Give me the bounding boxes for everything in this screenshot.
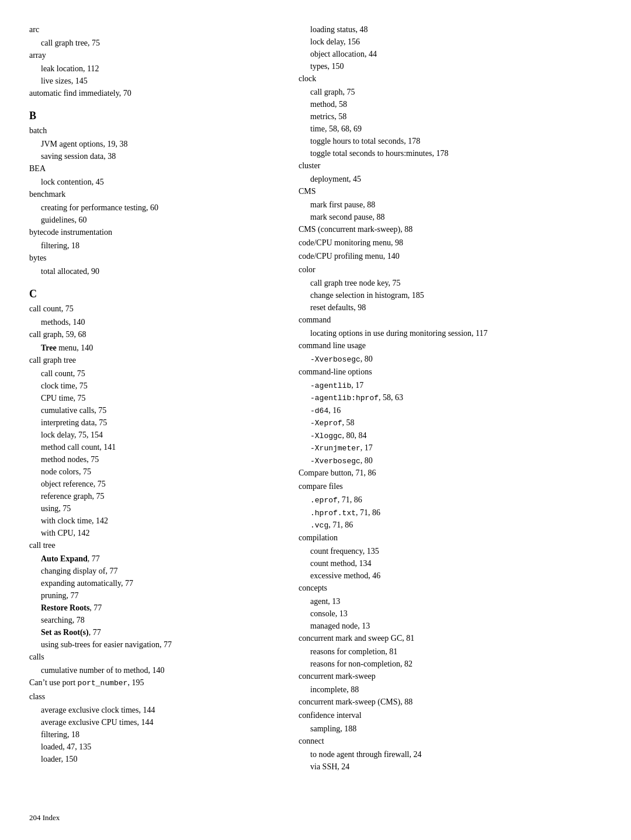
page-container: arccall graph tree, 75arrayleak location… [29, 23, 602, 773]
index-subentry: JVM agent options, 19, 38 [29, 138, 275, 150]
index-subentry: call graph, 75 [299, 86, 602, 98]
index-subentry: average exclusive clock times, 144 [29, 704, 275, 716]
index-subentry: reasons for completion, 81 [299, 645, 602, 658]
index-subentry: Set as Root(s), 77 [29, 626, 275, 638]
index-term: clock [299, 72, 602, 85]
index-subentry: loading status, 48 [299, 23, 602, 36]
index-subentry: using sub-trees for easier navigation, 7… [29, 638, 275, 651]
index-subentry: lock contention, 45 [29, 176, 275, 188]
index-subentry: filtering, 18 [29, 728, 275, 741]
index-subentry: guidelines, 60 [29, 214, 275, 226]
index-subentry: filtering, 18 [29, 239, 275, 252]
index-term: calls [29, 651, 275, 663]
index-subentry: cumulative calls, 75 [29, 404, 275, 416]
index-subentry: mark second pause, 88 [299, 211, 602, 223]
index-subentry: with CPU, 142 [29, 527, 275, 539]
index-subentry: -agentlib:hprof, 58, 63 [299, 391, 602, 404]
index-term: compilation [299, 532, 602, 544]
code-term: .hprof.txt [310, 509, 356, 518]
index-term: benchmark [29, 188, 275, 200]
index-subentry: changing display of, 77 [29, 565, 275, 577]
code-term: -Xverbosegc [310, 457, 360, 466]
index-term: bytecode instrumentation [29, 226, 275, 238]
index-subentry: toggle total seconds to hours:minutes, 1… [299, 147, 602, 159]
index-term: command line usage [299, 339, 602, 352]
code-term: .eprof [310, 496, 338, 505]
index-subentry: locating options in use during monitorin… [299, 327, 602, 339]
index-subentry: object reference, 75 [29, 478, 275, 490]
index-term: BEA [29, 162, 275, 175]
index-subentry: types, 150 [299, 60, 602, 72]
index-term: command [299, 314, 602, 326]
index-subentry: -d64, 16 [299, 404, 602, 417]
index-term: concurrent mark-sweep (CMS), 88 [299, 696, 602, 708]
index-term: arc [29, 23, 275, 36]
index-subentry: method call count, 141 [29, 441, 275, 453]
index-subentry: Tree menu, 140 [29, 342, 275, 354]
index-term: class [29, 690, 275, 703]
index-subentry: toggle hours to total seconds, 178 [299, 135, 602, 147]
index-subentry: pruning, 77 [29, 589, 275, 602]
index-term: concepts [299, 582, 602, 594]
index-term: Can’t use port port_number, 195 [29, 676, 275, 689]
index-subentry: leak location, 112 [29, 63, 275, 75]
index-subentry: method, 58 [299, 98, 602, 110]
code-term: -Xloggc [310, 432, 342, 440]
index-term: concurrent mark-sweep [299, 670, 602, 682]
index-subentry: -Xverbosegc, 80 [299, 454, 602, 467]
index-subentry: to node agent through firewall, 24 [299, 748, 602, 761]
index-subentry: lock delay, 75, 154 [29, 429, 275, 441]
code-term: -agentlib:hprof [310, 394, 379, 402]
index-subentry: clock time, 75 [29, 380, 275, 392]
index-term: call tree [29, 539, 275, 551]
index-term: CMS [299, 185, 602, 197]
index-subentry: cumulative number of to method, 140 [29, 664, 275, 676]
index-subentry: loader, 150 [29, 753, 275, 765]
index-subentry: lock delay, 156 [299, 36, 602, 48]
section-header: B [29, 110, 275, 122]
index-subentry: change selection in histogram, 185 [299, 289, 602, 301]
index-subentry: searching, 78 [29, 614, 275, 626]
index-subentry: deployment, 45 [299, 173, 602, 185]
code-term: -d64 [310, 407, 328, 415]
index-term: command-line options [299, 366, 602, 378]
index-subentry: .vcg, 71, 86 [299, 519, 602, 532]
index-term: confidence interval [299, 709, 602, 721]
index-subentry: call graph tree, 75 [29, 37, 275, 49]
index-subentry: expanding automatically, 77 [29, 577, 275, 589]
index-term: Compare button, 71, 86 [299, 467, 602, 479]
index-subentry: live sizes, 145 [29, 75, 275, 87]
index-term: connect [299, 735, 602, 747]
index-subentry: reset defaults, 98 [299, 301, 602, 314]
index-subentry: count method, 134 [299, 557, 602, 570]
code-term: -Xrunjmeter [310, 444, 360, 453]
index-subentry: -Xverbosegc, 80 [299, 353, 602, 366]
index-subentry: incomplete, 88 [299, 683, 602, 696]
code-term: -agentlib [310, 381, 351, 390]
page-footer: 204 Index [29, 813, 60, 822]
bold-term: Auto Expand [41, 554, 88, 563]
index-subentry: creating for performance testing, 60 [29, 202, 275, 214]
index-subentry: count frequency, 135 [299, 545, 602, 557]
index-subentry: node colors, 75 [29, 466, 275, 478]
index-subentry: total allocated, 90 [29, 265, 275, 277]
index-subentry: managed node, 13 [299, 620, 602, 632]
code-term: -Xeprof [310, 419, 342, 428]
index-subentry: methods, 140 [29, 316, 275, 328]
index-term: concurrent mark and sweep GC, 81 [299, 632, 602, 644]
index-subentry: with clock time, 142 [29, 515, 275, 527]
right-column: loading status, 48lock delay, 156object … [287, 23, 602, 773]
bold-term: Restore Roots [41, 603, 89, 612]
index-subentry: -agentlib, 17 [299, 379, 602, 392]
index-term: code/CPU profiling menu, 140 [299, 250, 602, 262]
index-term: compare files [299, 480, 602, 492]
index-subentry: excessive method, 46 [299, 570, 602, 582]
section-header: C [29, 288, 275, 300]
index-subentry: metrics, 58 [299, 110, 602, 123]
index-subentry: console, 13 [299, 608, 602, 620]
index-subentry: saving session data, 38 [29, 150, 275, 162]
index-subentry: -Xeprof, 58 [299, 416, 602, 429]
index-subentry: method nodes, 75 [29, 453, 275, 466]
index-subentry: reference graph, 75 [29, 490, 275, 502]
index-term: color [299, 263, 602, 276]
